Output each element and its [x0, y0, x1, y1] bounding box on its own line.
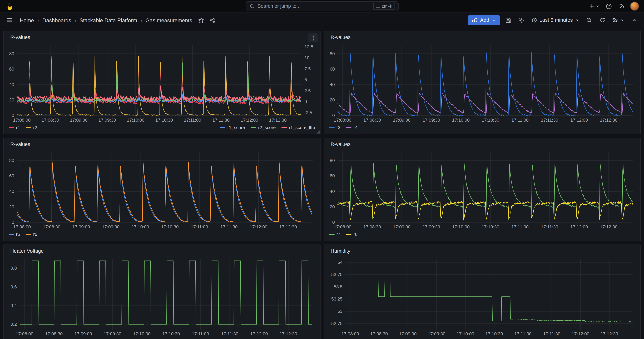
panel-r-values-1: R-values 020406080-2.502.557.51012.517:0…	[3, 31, 320, 134]
legend-item[interactable]: r6	[26, 232, 37, 237]
panel-title[interactable]: R-values	[7, 34, 317, 42]
panel-title[interactable]: Heater Voltage	[7, 248, 317, 256]
svg-text:17:12:00: 17:12:00	[240, 118, 258, 123]
breadcrumb-item-dashboard[interactable]: Gas measurements	[146, 17, 192, 23]
svg-text:40: 40	[330, 189, 334, 194]
panel-r-values-2: R-values 02040608017:08:0017:08:3017:09:…	[324, 31, 641, 134]
legend-label: r1_score	[227, 125, 245, 130]
search-box[interactable]: ctrl+k	[246, 1, 398, 11]
collapse-chrome-button[interactable]	[629, 15, 639, 25]
svg-text:0: 0	[304, 99, 307, 104]
svg-text:17:08:00: 17:08:00	[13, 118, 31, 123]
panel-resize-handle[interactable]	[316, 130, 320, 134]
search-icon	[249, 4, 254, 9]
svg-text:53.5: 53.5	[334, 284, 342, 289]
svg-text:17:09:00: 17:09:00	[72, 224, 90, 230]
svg-text:17:12:00: 17:12:00	[570, 224, 588, 230]
add-panel-icon	[472, 17, 478, 23]
chart-svg: 52.755353.2553.553.755417:08:0017:08:301…	[327, 256, 637, 337]
legend-item[interactable]: r4	[346, 125, 358, 130]
chevron-down-icon	[575, 18, 580, 22]
svg-text:17:10:00: 17:10:00	[132, 224, 149, 230]
legend-swatch	[329, 127, 334, 128]
share-button[interactable]	[208, 15, 218, 25]
legend-label: r7	[336, 232, 340, 237]
svg-text:17:08:30: 17:08:30	[363, 224, 381, 230]
clock-icon	[531, 17, 537, 23]
panel-title[interactable]: Humidity	[327, 248, 637, 256]
breadcrumb-item-home[interactable]: Home	[20, 17, 34, 23]
legend-label: r6	[33, 232, 37, 237]
legend-item[interactable]: r8	[346, 232, 358, 237]
svg-text:17:10:30: 17:10:30	[162, 331, 180, 336]
chart-area[interactable]: 02040608017:08:0017:08:3017:09:0017:09:3…	[7, 150, 317, 230]
svg-text:17:11:30: 17:11:30	[212, 118, 230, 123]
svg-text:17:08:00: 17:08:00	[16, 331, 33, 336]
top-actions	[588, 1, 639, 11]
ellipsis-v-icon	[312, 35, 314, 40]
time-range-label: Last 5 minutes	[540, 17, 573, 23]
legend-swatch	[282, 127, 287, 128]
refresh-interval-picker[interactable]: 5s	[610, 15, 626, 25]
svg-text:17:09:00: 17:09:00	[393, 118, 410, 123]
chart-area[interactable]: 02040608017:08:0017:08:3017:09:0017:09:3…	[327, 43, 637, 123]
legend-item[interactable]: r3	[329, 125, 340, 130]
chart-area[interactable]: 020406080-2.502.557.51012.517:08:0017:08…	[7, 43, 317, 123]
refresh-interval-label: 5s	[612, 17, 618, 23]
panel-humidity: Humidity 52.755353.2553.553.755417:08:00…	[324, 244, 641, 339]
svg-text:17:09:30: 17:09:30	[102, 224, 120, 230]
grafana-flame-icon	[5, 2, 14, 11]
panel-r-values-3: R-values 02040608017:08:0017:08:3017:09:…	[3, 138, 320, 241]
zoom-out-button[interactable]	[584, 15, 594, 25]
series-r7	[338, 164, 633, 220]
svg-text:17:08:00: 17:08:00	[334, 118, 351, 123]
refresh-button[interactable]	[598, 15, 607, 25]
svg-text:17:09:30: 17:09:30	[104, 331, 121, 336]
search-input[interactable]	[258, 3, 370, 9]
svg-text:17:12:30: 17:12:30	[600, 118, 617, 123]
chart-svg: 02040608017:08:0017:08:3017:09:0017:09:3…	[7, 150, 317, 230]
svg-text:17:09:30: 17:09:30	[422, 224, 440, 230]
user-avatar[interactable]	[630, 2, 639, 11]
legend-item[interactable]: r1_score	[220, 125, 245, 130]
save-dashboard-button[interactable]	[503, 15, 513, 25]
news-button[interactable]	[617, 1, 627, 11]
help-button[interactable]	[604, 1, 614, 11]
new-menu-button[interactable]	[588, 1, 600, 11]
legend-item[interactable]: r2	[26, 125, 37, 130]
legend-item[interactable]: r1_score_lttb	[282, 125, 315, 130]
series-heatervoltage	[20, 261, 312, 324]
panel-menu-button[interactable]	[308, 33, 318, 42]
share-icon	[210, 17, 216, 23]
svg-text:52.75: 52.75	[331, 321, 342, 326]
panel-title[interactable]: R-values	[327, 140, 637, 150]
series-r2	[17, 56, 301, 116]
save-icon	[505, 17, 511, 23]
chart-area[interactable]: 52.755353.2553.553.755417:08:0017:08:301…	[327, 256, 637, 337]
time-range-picker[interactable]: Last 5 minutes	[530, 15, 581, 25]
favorite-star-button[interactable]	[196, 15, 206, 25]
chart-area[interactable]: 0.20.40.60.817:08:0017:08:3017:09:0017:0…	[7, 256, 317, 337]
svg-text:17:11:00: 17:11:00	[192, 331, 209, 336]
panel-title[interactable]: R-values	[7, 140, 317, 150]
svg-text:17:12:00: 17:12:00	[572, 331, 589, 336]
panel-title[interactable]: R-values	[327, 34, 637, 42]
chart-svg: 02040608017:08:0017:08:3017:09:0017:09:3…	[327, 43, 637, 123]
legend-item[interactable]: r7	[329, 232, 340, 237]
svg-text:0.2: 0.2	[10, 322, 17, 327]
legend-item[interactable]: r5	[8, 232, 20, 237]
chart-area[interactable]: 02040608017:08:0017:08:3017:09:0017:09:3…	[327, 150, 637, 230]
svg-text:17:11:30: 17:11:30	[220, 224, 238, 230]
dashboard-settings-button[interactable]	[516, 15, 526, 25]
grafana-logo[interactable]	[5, 1, 15, 11]
chevron-down-icon	[492, 18, 496, 22]
add-button[interactable]: Add	[468, 15, 500, 25]
breadcrumb-item-dashboards[interactable]: Dashboards	[42, 17, 71, 23]
legend-item[interactable]: r2_score	[251, 125, 276, 130]
svg-text:0.4: 0.4	[10, 303, 17, 308]
series-r1_score_lttb	[17, 83, 301, 101]
menu-toggle-button[interactable]	[5, 15, 15, 25]
legend-item[interactable]: r1	[8, 125, 20, 130]
breadcrumb-item-folder[interactable]: Stackable Data Platform	[80, 17, 137, 23]
toolbar: Add Last 5 minutes	[468, 15, 639, 25]
